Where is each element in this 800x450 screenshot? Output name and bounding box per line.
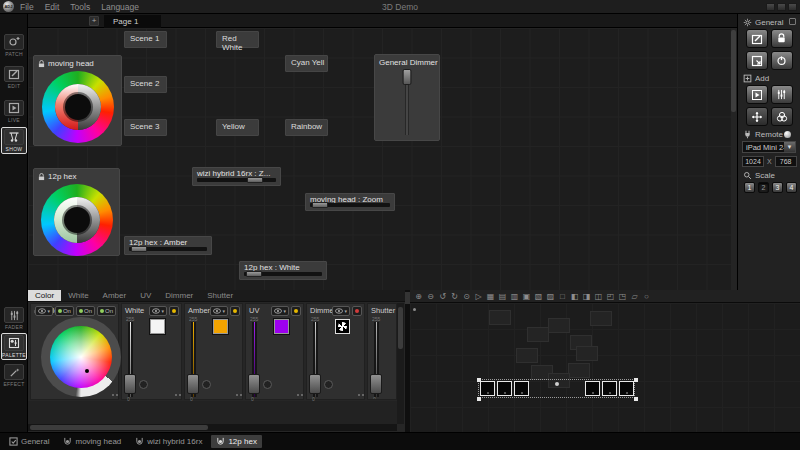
widget-moving-head-colorwheel[interactable]: moving head [33, 55, 122, 146]
selection-handle[interactable] [634, 378, 638, 382]
slider-handle[interactable] [246, 271, 262, 277]
tab-dimmer[interactable]: Dimmer [158, 290, 200, 301]
selected-fixture-square[interactable] [602, 381, 617, 396]
fixture-square[interactable] [548, 318, 570, 333]
fixture-square[interactable] [527, 327, 549, 342]
amber-swatch[interactable] [213, 319, 228, 334]
palette-vertical-scrollbar[interactable] [397, 303, 404, 424]
scene-button[interactable]: Red White [216, 31, 259, 48]
fader-value-bubble[interactable] [263, 380, 272, 389]
split-view-icon[interactable]: ◫ [593, 291, 604, 302]
canvas-scrollbar[interactable] [731, 28, 736, 290]
selected-fixture-square[interactable] [480, 381, 495, 396]
scale-button-3[interactable]: 3 [772, 182, 783, 193]
tab-shutter[interactable]: Shutter [200, 290, 240, 301]
ltp-button[interactable] [230, 306, 240, 316]
scene-button[interactable]: Yellow [216, 119, 259, 136]
resize-grip-icon[interactable] [175, 394, 177, 396]
uv-swatch[interactable] [274, 319, 289, 334]
scrollbar-thumb[interactable] [30, 425, 208, 430]
add-page-button[interactable]: + [89, 16, 99, 26]
white-swatch[interactable] [150, 319, 165, 334]
color-wheel[interactable] [42, 71, 114, 143]
resize-grip-icon[interactable] [112, 394, 114, 396]
sidebar-item-edit[interactable]: EDIT [2, 65, 26, 90]
slider-handle[interactable] [312, 202, 328, 208]
close-button[interactable] [788, 3, 797, 11]
menu-file[interactable]: File [20, 2, 34, 12]
visibility-button[interactable]: ▾ [35, 306, 53, 316]
rotate-cw-icon[interactable]: ↻ [449, 291, 460, 302]
sidebar-item-patch[interactable]: PATCH [2, 33, 26, 58]
channel-slider-widget[interactable]: wizi hybrid 16rx : Z... [192, 167, 281, 186]
scale-button-2[interactable]: 2 [758, 182, 769, 193]
pin-icon[interactable] [789, 18, 796, 25]
resize-grip-icon[interactable] [358, 394, 360, 396]
palette-horizontal-scrollbar[interactable] [28, 424, 397, 431]
dimmer-fader-handle[interactable] [403, 69, 412, 85]
color-wheel[interactable] [41, 184, 113, 256]
statusbar-item-general[interactable]: General [4, 435, 54, 448]
center-view-icon[interactable]: ⊙ [461, 291, 472, 302]
fixture-square[interactable] [568, 363, 590, 378]
selected-fixture-square[interactable] [497, 381, 512, 396]
fixture-square[interactable] [516, 348, 538, 363]
visibility-button[interactable]: ▾ [210, 306, 228, 316]
align-middle-icon[interactable]: ▥ [509, 291, 520, 302]
channel-slider-widget[interactable]: moving head : Zoom [305, 193, 395, 211]
fader-value-bubble[interactable] [139, 380, 148, 389]
widget-12p-hex-colorwheel[interactable]: 12p hex [33, 168, 120, 256]
visibility-button[interactable]: ▾ [332, 306, 350, 316]
color-picker-marker[interactable] [85, 369, 89, 373]
frame-icon[interactable]: □ [557, 291, 568, 302]
power-button[interactable] [771, 51, 793, 70]
scene-button[interactable]: Cyan Yell [285, 55, 328, 72]
pattern-b-icon[interactable]: ▨ [545, 291, 556, 302]
tab-uv[interactable]: UV [133, 290, 158, 301]
visibility-button[interactable]: ▾ [271, 306, 289, 316]
fader-handle[interactable] [187, 374, 199, 394]
fixture-square[interactable] [590, 311, 612, 326]
fixture-square[interactable] [489, 310, 511, 325]
sidebar-item-show[interactable]: SHOW [2, 128, 26, 153]
slider-handle[interactable] [247, 177, 263, 183]
selection-center-dot[interactable] [555, 382, 559, 386]
fixture-square[interactable] [576, 346, 598, 361]
scrollbar-thumb[interactable] [398, 307, 403, 349]
selection-handle[interactable] [477, 397, 481, 401]
fader-handle[interactable] [124, 374, 136, 394]
zoom-in-icon[interactable]: ⊕ [413, 291, 424, 302]
tab-amber[interactable]: Amber [96, 290, 134, 301]
resize-grip-icon[interactable] [297, 394, 299, 396]
selection-handle[interactable] [634, 397, 638, 401]
resize-button[interactable] [746, 51, 768, 70]
on-toggle-3[interactable]: On [97, 306, 116, 316]
statusbar-item-12p-hex[interactable]: 12p hex [211, 435, 261, 448]
scene-button[interactable]: Scene 3 [124, 119, 167, 136]
remote-device-select[interactable]: iPad Mini 2-4 ▼ [742, 141, 796, 153]
sidebar-item-fader[interactable]: FADER [2, 306, 26, 331]
remote-toggle[interactable] [784, 131, 791, 138]
ltp-button[interactable] [169, 306, 179, 316]
add-colorwheel-button[interactable] [771, 107, 793, 126]
slider-track[interactable] [310, 203, 390, 207]
scene-button[interactable]: Scene 1 [124, 31, 167, 48]
align-bottom-icon[interactable]: ▣ [521, 291, 532, 302]
on-toggle-1[interactable]: On [55, 306, 74, 316]
scale-button-4[interactable]: 4 [786, 182, 797, 193]
align-top-icon[interactable]: ▤ [497, 291, 508, 302]
resolution-width-input[interactable] [742, 156, 764, 167]
menu-edit[interactable]: Edit [45, 2, 60, 12]
slider-track[interactable] [197, 178, 276, 182]
hsv-color-wheel[interactable] [41, 317, 121, 397]
fader-handle[interactable] [248, 374, 260, 394]
grid-view-icon[interactable]: ▦ [485, 291, 496, 302]
pattern-a-icon[interactable]: ▧ [533, 291, 544, 302]
tab-color[interactable]: Color [28, 290, 61, 301]
slider-handle[interactable] [131, 246, 147, 252]
maximize-button[interactable] [777, 3, 786, 11]
menu-tools[interactable]: Tools [70, 2, 90, 12]
selected-fixture-square[interactable] [514, 381, 529, 396]
add-fader-button[interactable] [771, 85, 793, 104]
sidebar-item-live[interactable]: LIVE [2, 99, 26, 124]
